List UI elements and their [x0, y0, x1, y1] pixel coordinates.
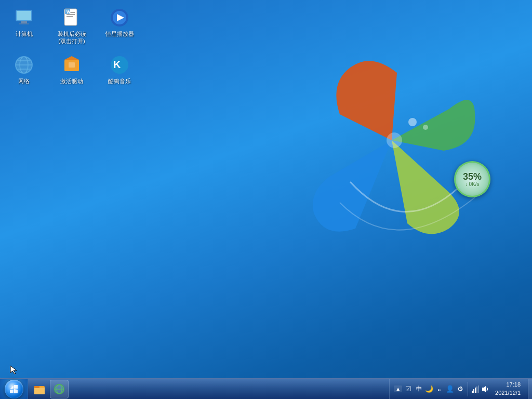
desktop-icon-postinstall-label: 装机后必读(双击打开) [55, 30, 88, 45]
clock-time: 17:18 [506, 381, 521, 389]
windows-orb [5, 380, 23, 398]
windows-logo [298, 42, 485, 239]
network-arrow: ↓ [465, 181, 468, 187]
desktop-icon-driver[interactable]: 激活驱动 [53, 52, 90, 87]
svg-rect-6 [19, 23, 29, 24]
svg-point-84 [55, 384, 64, 394]
network-meter: 35% ↓ 0K/s [454, 161, 490, 197]
svg-rect-87 [475, 388, 476, 393]
svg-rect-79 [34, 388, 45, 394]
network-icon [14, 55, 34, 75]
start-button[interactable] [0, 379, 28, 400]
svg-point-0 [387, 132, 402, 148]
desktop-icon-mediaplayer-label: 恒星播放器 [105, 30, 134, 37]
svg-point-2 [423, 125, 428, 130]
network-percent: 35% [463, 172, 482, 181]
tray-user-icon[interactable]: 👤 [446, 385, 454, 393]
postinstall-icon: W [61, 7, 82, 28]
desktop-icon-row-0: 计算机 W 装机后必读(双击打开) [5, 5, 138, 47]
svg-rect-89 [478, 385, 479, 393]
svg-rect-88 [476, 387, 477, 393]
desktop-icon-network[interactable]: 网络 [5, 52, 43, 87]
kugou-icon: K [109, 55, 130, 75]
svg-marker-91 [10, 366, 17, 374]
svg-rect-85 [472, 391, 473, 393]
show-desktop-button[interactable] [528, 379, 532, 400]
tray-text-icon[interactable]: ﾰ [435, 385, 444, 393]
svg-rect-24 [69, 62, 75, 68]
taskbar-items [28, 380, 389, 398]
desktop-icon-computer-label: 计算机 [16, 30, 33, 37]
tray-expand-button[interactable]: ▲ [394, 385, 402, 392]
desktop: 计算机 W 装机后必读(双击打开) [0, 0, 532, 399]
desktop-icon-kugou-label: 酷狗音乐 [108, 77, 131, 85]
desktop-icon-mediaplayer[interactable]: 恒星播放器 [101, 5, 138, 47]
desktop-icon-row-1: 网络 激活驱动 K 酷狗 [5, 52, 138, 87]
svg-text:W: W [66, 9, 71, 15]
tray-settings-icon[interactable]: ⚙ [456, 385, 464, 393]
taskbar: ▲ ☑ 中 🌙 ﾰ 👤 ⚙ [0, 378, 532, 399]
svg-rect-80 [34, 386, 39, 388]
desktop-icons: 计算机 W 装机后必读(双击打开) [5, 5, 138, 87]
tray-divider [468, 382, 468, 396]
taskbar-explorer[interactable] [30, 380, 49, 398]
network-speed: ↓ 0K/s [465, 181, 479, 187]
svg-rect-86 [473, 389, 474, 393]
tray-network-icon[interactable] [471, 385, 480, 393]
svg-rect-5 [21, 21, 27, 23]
desktop-icon-computer[interactable]: 计算机 [5, 5, 43, 47]
taskbar-ie[interactable] [50, 380, 69, 398]
desktop-icon-postinstall[interactable]: W 装机后必读(双击打开) [53, 5, 90, 47]
tray-ime-icon[interactable]: 中 [415, 385, 423, 393]
driver-icon [61, 55, 82, 75]
svg-text:K: K [113, 59, 121, 70]
system-tray: ▲ ☑ 中 🌙 ﾰ 👤 ⚙ [389, 379, 528, 399]
mediaplayer-icon [109, 7, 130, 28]
svg-point-21 [16, 57, 32, 73]
svg-rect-4 [17, 11, 31, 20]
svg-marker-23 [64, 56, 79, 60]
tray-moon-icon[interactable]: 🌙 [425, 385, 433, 393]
desktop-icon-network-label: 网络 [18, 77, 30, 85]
desktop-icon-driver-label: 激活驱动 [60, 77, 83, 85]
cursor [9, 365, 20, 375]
svg-point-1 [408, 118, 417, 126]
desktop-icon-kugou[interactable]: K 酷狗音乐 [101, 52, 138, 87]
tray-checkbox-icon[interactable]: ☑ [404, 385, 413, 393]
tray-volume-icon[interactable] [482, 385, 490, 393]
clock-date: 2021/12/1 [495, 389, 521, 397]
clock[interactable]: 17:18 2021/12/1 [492, 381, 524, 397]
svg-marker-90 [482, 386, 486, 392]
computer-icon [14, 7, 34, 28]
